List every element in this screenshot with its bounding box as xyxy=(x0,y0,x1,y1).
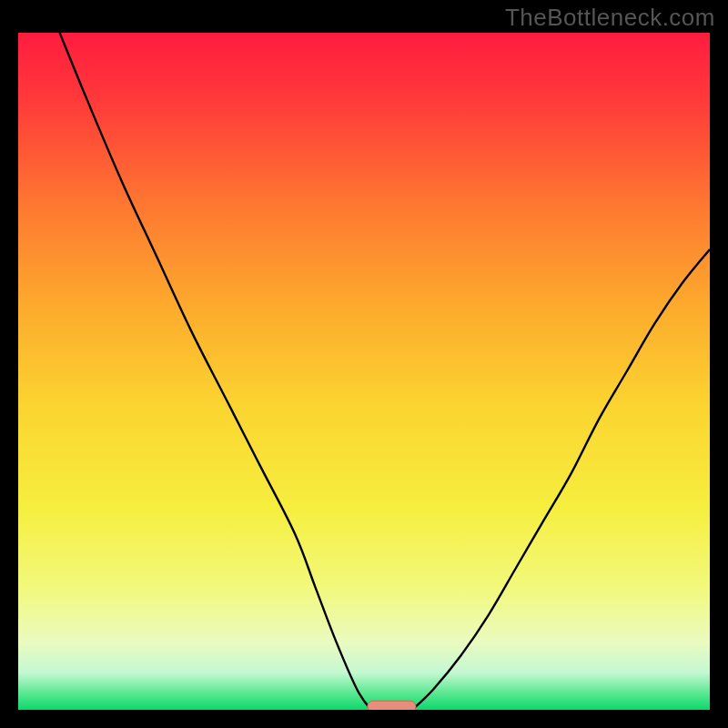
chart-frame: TheBottleneck.com xyxy=(0,0,728,728)
gradient-background xyxy=(18,33,710,710)
bottleneck-curve-chart xyxy=(18,33,710,710)
optimal-marker xyxy=(368,701,416,710)
plot-area xyxy=(18,33,710,710)
watermark-text: TheBottleneck.com xyxy=(505,4,715,32)
